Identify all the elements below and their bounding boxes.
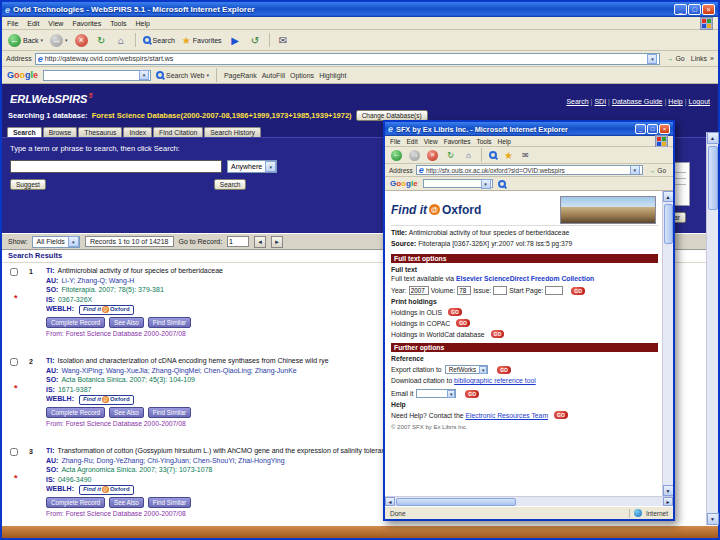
previous-records-button[interactable]: ◄	[254, 236, 266, 248]
find-similar-button[interactable]: Find Similar	[148, 407, 191, 418]
scroll-thumb[interactable]	[664, 204, 673, 244]
holdings-worldcat-go-button[interactable]: GO	[491, 330, 505, 338]
menu-favorites[interactable]: Favorites	[72, 20, 101, 27]
address-input[interactable]: e http://gateway.ovid.com/webspirs/start…	[35, 53, 661, 65]
minimize-button[interactable]: _	[635, 124, 646, 134]
back-button[interactable]: ← Back ▾	[6, 33, 45, 48]
sfx-vertical-scrollbar[interactable]: ▲ ▼	[662, 191, 673, 496]
stop-button[interactable]: ×	[425, 149, 440, 162]
nav-logout-link[interactable]: Logout	[689, 98, 710, 105]
forward-button[interactable]: →	[407, 149, 422, 162]
sciencedirect-link[interactable]: Elsevier ScienceDirect Freedom Collectio…	[456, 275, 594, 282]
volume-input[interactable]	[457, 286, 471, 295]
email-select[interactable]: ▾	[416, 389, 456, 398]
scroll-right-button[interactable]: ►	[663, 497, 673, 506]
maximize-button[interactable]: □	[647, 124, 658, 134]
start-page-input[interactable]	[545, 286, 563, 295]
menu-help[interactable]: Help	[136, 20, 150, 27]
search-toolbar-button[interactable]: Search	[141, 35, 177, 45]
chevron-down-icon[interactable]: ▾	[265, 161, 276, 172]
sfx-titlebar[interactable]: e SFX by Ex Libris Inc. - Microsoft Inte…	[385, 122, 673, 136]
next-records-button[interactable]: ►	[271, 236, 283, 248]
nav-search-link[interactable]: Search	[566, 98, 588, 105]
fulltext-go-button[interactable]: GO	[571, 287, 585, 295]
address-dropdown-icon[interactable]: ▾	[647, 54, 657, 64]
scroll-down-button[interactable]: ▼	[707, 513, 719, 525]
close-button[interactable]: ×	[702, 4, 715, 15]
google-search-web-button[interactable]: Search Web ▾	[156, 71, 209, 79]
mail-button[interactable]: ✉	[275, 33, 292, 48]
refresh-button[interactable]: ↻	[443, 149, 458, 162]
nav-help-link[interactable]: Help	[668, 98, 682, 105]
search-term-input[interactable]	[10, 160, 222, 173]
export-go-button[interactable]: GO	[497, 366, 511, 374]
favorites-button[interactable]: ★ Favorites	[180, 34, 224, 47]
scroll-thumb[interactable]	[708, 146, 718, 210]
help-go-button[interactable]: GO	[554, 411, 568, 419]
menu-help[interactable]: Help	[498, 138, 511, 145]
home-button[interactable]: ⌂	[113, 33, 130, 48]
chevron-down-icon[interactable]: ▾	[447, 390, 455, 398]
google-search-web-button[interactable]	[498, 180, 506, 188]
menu-favorites[interactable]: Favorites	[444, 138, 471, 145]
maximize-button[interactable]: □	[688, 4, 701, 15]
export-format-select[interactable]: RefWorks ▾	[445, 365, 489, 374]
holdings-worldcat-link[interactable]: Holdings in WorldCat database	[391, 331, 485, 338]
google-input-dropdown-icon[interactable]: ▾	[139, 70, 149, 80]
address-input[interactable]: e http://sfx.ouls.ox.ac.uk/oxford?sid=OV…	[416, 165, 643, 175]
minimize-button[interactable]: _	[674, 4, 687, 15]
email-go-button[interactable]: GO	[465, 390, 479, 398]
forward-dropdown-icon[interactable]: ▾	[65, 37, 68, 43]
record-checkbox[interactable]	[10, 448, 18, 456]
google-search-input[interactable]: ▾	[423, 179, 493, 188]
menu-file[interactable]: File	[390, 138, 400, 145]
home-button[interactable]: ⌂	[461, 149, 476, 162]
download-citation-link[interactable]: bibliographic reference tool	[454, 377, 536, 384]
go-button[interactable]: → Go	[663, 55, 687, 62]
scroll-left-button[interactable]: ◄	[385, 497, 395, 506]
tab-find-citation[interactable]: Find Citation	[153, 127, 203, 137]
complete-record-button[interactable]: Complete Record	[46, 317, 105, 328]
tab-browse[interactable]: Browse	[43, 127, 78, 137]
see-also-button[interactable]: See Also	[109, 317, 144, 328]
holdings-copac-link[interactable]: Holdings in COPAC	[391, 320, 450, 327]
tab-search-history[interactable]: Search History	[204, 127, 261, 137]
google-highlight-button[interactable]: Highlight	[319, 72, 346, 79]
menu-view[interactable]: View	[48, 20, 63, 27]
menu-tools[interactable]: Tools	[476, 138, 491, 145]
back-dropdown-icon[interactable]: ▾	[41, 37, 44, 43]
field-select[interactable]: Anywhere ▾	[227, 160, 277, 173]
menu-view[interactable]: View	[424, 138, 438, 145]
stop-button[interactable]: ×	[73, 33, 90, 48]
main-titlebar[interactable]: e Ovid Technologies - WebSPIRS 5.1 - Mic…	[2, 2, 718, 17]
menu-edit[interactable]: Edit	[27, 20, 39, 27]
main-vertical-scrollbar[interactable]: ▲ ▼	[706, 132, 718, 525]
google-pagerank-button[interactable]: PageRank	[224, 72, 257, 79]
scroll-thumb[interactable]	[396, 498, 516, 506]
nav-database-guide-link[interactable]: Database Guide	[612, 98, 663, 105]
nav-sdi-link[interactable]: SDI	[594, 98, 606, 105]
address-dropdown-icon[interactable]: ▾	[630, 165, 640, 175]
search-submit-button[interactable]: Search	[214, 179, 247, 190]
chevron-down-icon[interactable]: ▾	[479, 366, 487, 374]
links-label[interactable]: Links	[691, 55, 707, 62]
forward-button[interactable]: → ▾	[48, 33, 70, 48]
close-button[interactable]: ×	[659, 124, 670, 134]
tab-thesaurus[interactable]: Thesaurus	[78, 127, 122, 137]
goto-record-input[interactable]	[227, 236, 249, 247]
find-it-oxford-button[interactable]: Find it @ Oxford	[79, 395, 134, 405]
sfx-horizontal-scrollbar[interactable]: ◄ ►	[385, 496, 673, 506]
see-also-button[interactable]: See Also	[109, 497, 144, 508]
suggest-button[interactable]: Suggest	[10, 179, 46, 190]
tab-index[interactable]: Index	[123, 127, 152, 137]
record-checkbox[interactable]	[10, 358, 18, 366]
holdings-olis-go-button[interactable]: GO	[448, 308, 462, 316]
google-search-input[interactable]: ▾	[43, 70, 151, 81]
go-button[interactable]: → Go	[646, 167, 669, 174]
menu-edit[interactable]: Edit	[406, 138, 417, 145]
google-autofill-button[interactable]: AutoFill	[262, 72, 285, 79]
media-button[interactable]: ▶	[227, 33, 244, 48]
complete-record-button[interactable]: Complete Record	[46, 407, 105, 418]
mail-button[interactable]: ✉	[518, 149, 533, 162]
year-input[interactable]	[409, 286, 429, 295]
